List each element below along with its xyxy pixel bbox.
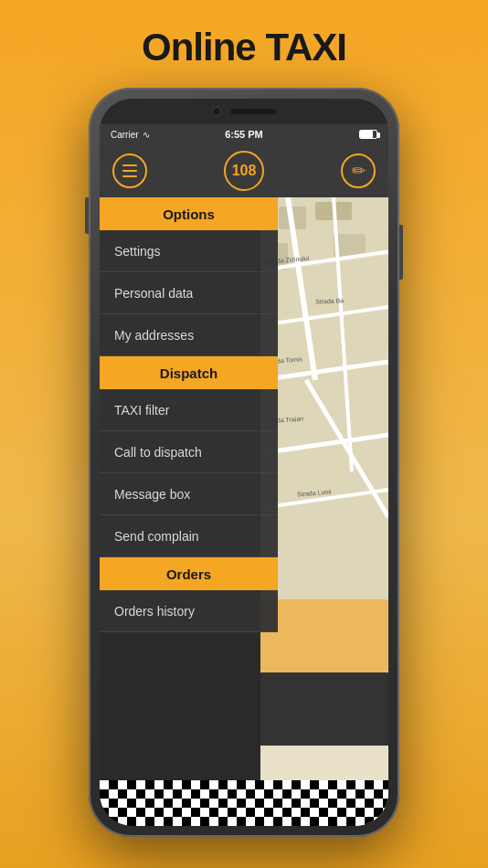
app-header: 108 ✏ <box>100 144 388 197</box>
menu-item-message-box[interactable]: Message box <box>100 473 278 515</box>
menu-list: Options Settings Personal data My addres… <box>100 197 278 826</box>
page-title: Online TAXI <box>142 26 346 69</box>
map-background: Strada Zizinului Strada Ba Strada Tomis … <box>260 197 388 826</box>
section-label-dispatch: Dispatch <box>160 365 217 381</box>
front-camera <box>212 107 221 116</box>
menu-item-send-complain[interactable]: Send complain <box>100 515 278 557</box>
status-left: Carrier ∿ <box>111 130 150 140</box>
battery-icon <box>359 130 377 139</box>
menu-content: Strada Zizinului Strada Ba Strada Tomis … <box>100 197 388 826</box>
menu-item-my-addresses-label: My addresses <box>114 328 194 343</box>
menu-item-orders-history-label: Orders history <box>114 604 195 619</box>
carrier-label: Carrier <box>111 130 139 140</box>
menu-item-taxi-filter[interactable]: TAXI filter <box>100 389 278 431</box>
menu-item-call-dispatch-label: Call to dispatch <box>114 445 202 460</box>
map-svg <box>260 197 388 746</box>
menu-item-settings-label: Settings <box>114 244 161 259</box>
status-right <box>359 130 377 139</box>
section-header-dispatch: Dispatch <box>100 356 278 389</box>
menu-item-orders-history[interactable]: Orders history <box>100 590 278 632</box>
phone-top-bar <box>100 99 388 124</box>
section-label-orders: Orders <box>166 566 211 582</box>
menu-item-personal-data-label: Personal data <box>114 286 193 301</box>
menu-item-send-complain-label: Send complain <box>114 529 199 544</box>
section-header-orders: Orders <box>100 557 278 590</box>
status-time: 6:55 PM <box>225 129 263 140</box>
menu-item-personal-data[interactable]: Personal data <box>100 272 278 314</box>
svg-rect-15 <box>260 672 388 746</box>
status-bar: Carrier ∿ 6:55 PM <box>100 124 388 144</box>
menu-button[interactable] <box>112 153 147 188</box>
phone-screen: Carrier ∿ 6:55 PM 108 <box>100 99 388 826</box>
speaker <box>230 109 276 114</box>
badge-number: 108 <box>232 163 257 179</box>
pencil-icon: ✏ <box>352 161 366 181</box>
phone-frame: Carrier ∿ 6:55 PM 108 <box>89 88 399 837</box>
menu-item-taxi-filter-label: TAXI filter <box>114 403 169 418</box>
wifi-icon: ∿ <box>143 130 150 140</box>
menu-item-message-box-label: Message box <box>114 487 190 502</box>
battery-fill <box>360 131 373 138</box>
section-label-options: Options <box>163 206 215 222</box>
section-header-options: Options <box>100 197 278 230</box>
badge-button[interactable]: 108 <box>224 151 264 191</box>
hamburger-icon <box>122 164 137 177</box>
menu-item-call-dispatch[interactable]: Call to dispatch <box>100 431 278 473</box>
checkered-pattern <box>100 780 388 826</box>
menu-item-my-addresses[interactable]: My addresses <box>100 314 278 356</box>
svg-rect-14 <box>260 599 388 672</box>
edit-button[interactable]: ✏ <box>341 153 376 188</box>
menu-item-settings[interactable]: Settings <box>100 230 278 272</box>
